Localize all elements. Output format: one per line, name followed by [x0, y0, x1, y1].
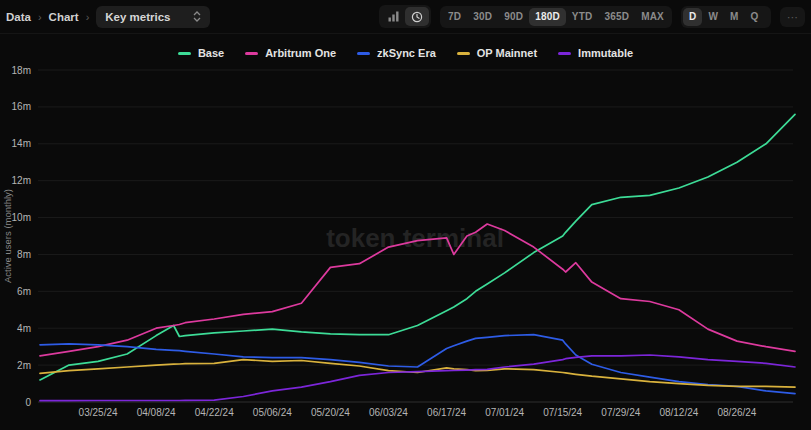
range-30d-button[interactable]: 30D [467, 8, 498, 26]
range-180d-button[interactable]: 180D [529, 8, 566, 26]
y-tick-label: 10m [12, 212, 31, 223]
range-365d-button[interactable]: 365D [598, 8, 635, 26]
range-max-button[interactable]: MAX [635, 8, 670, 26]
y-axis-title: Active users (monthly) [2, 189, 13, 283]
x-axis-labels: 03/25/2404/08/2404/22/2405/06/2405/20/24… [79, 407, 757, 418]
y-tick-label: 6m [17, 286, 31, 297]
y-tick-label: 16m [12, 101, 31, 112]
frequency-m-button[interactable]: M [724, 8, 745, 26]
chart-canvas[interactable]: 02m4m6m8m10m12m14m16m18m token terminal … [0, 34, 811, 430]
chart-toolbar: 7D30D90D180DYTD365DMAX DWMQ ⋯ [379, 5, 805, 28]
y-tick-label: 18m [12, 65, 31, 76]
metric-select-value: Key metrics [105, 11, 170, 23]
up-down-chevron-icon [193, 11, 201, 22]
x-tick-label: 05/06/24 [253, 407, 292, 418]
y-tick-label: 14m [12, 138, 31, 149]
y-tick-label: 2m [17, 360, 31, 371]
x-tick-label: 05/20/24 [311, 407, 350, 418]
x-tick-label: 07/29/24 [601, 407, 640, 418]
header-bar: Data › Chart › Key metrics [0, 0, 811, 34]
range-ytd-button[interactable]: YTD [566, 8, 599, 26]
bar-chart-icon[interactable] [381, 7, 405, 26]
range-7d-button[interactable]: 7D [442, 8, 467, 26]
breadcrumb-section[interactable]: Chart [49, 11, 79, 23]
breadcrumb: Data › Chart › Key metrics [6, 6, 210, 28]
frequency-button-group: DWMQ [681, 6, 771, 28]
x-tick-label: 08/12/24 [659, 407, 698, 418]
x-tick-label: 04/22/24 [195, 407, 234, 418]
chevron-right-icon: › [86, 11, 90, 23]
chevron-right-icon: › [38, 11, 42, 23]
x-tick-label: 06/17/24 [427, 407, 466, 418]
metric-select[interactable]: Key metrics [96, 6, 210, 28]
x-tick-label: 04/08/24 [137, 407, 176, 418]
breadcrumb-root[interactable]: Data [6, 11, 31, 23]
x-tick-label: 07/15/24 [543, 407, 582, 418]
frequency-w-button[interactable]: W [702, 8, 724, 26]
y-tick-label: 4m [17, 323, 31, 334]
range-90d-button[interactable]: 90D [498, 8, 529, 26]
frequency-d-button[interactable]: D [683, 8, 702, 26]
line-layer [40, 114, 795, 400]
frequency-q-button[interactable]: Q [745, 8, 765, 26]
zksync-era-line [40, 335, 795, 394]
immutable-line [40, 355, 795, 401]
y-tick-label: 12m [12, 175, 31, 186]
x-tick-label: 07/01/24 [485, 407, 524, 418]
y-tick-label: 0 [25, 397, 31, 408]
more-options-button[interactable]: ⋯ [780, 7, 805, 27]
x-tick-label: 08/26/24 [717, 407, 756, 418]
watermark: token terminal [326, 223, 504, 253]
op-mainnet-line [40, 360, 795, 388]
range-button-group: 7D30D90D180DYTD365DMAX [440, 6, 672, 28]
clock-icon[interactable] [405, 7, 429, 26]
y-tick-label: 8m [17, 249, 31, 260]
view-toggle-group [379, 5, 431, 28]
x-tick-label: 03/25/24 [79, 407, 118, 418]
x-tick-label: 06/03/24 [369, 407, 408, 418]
